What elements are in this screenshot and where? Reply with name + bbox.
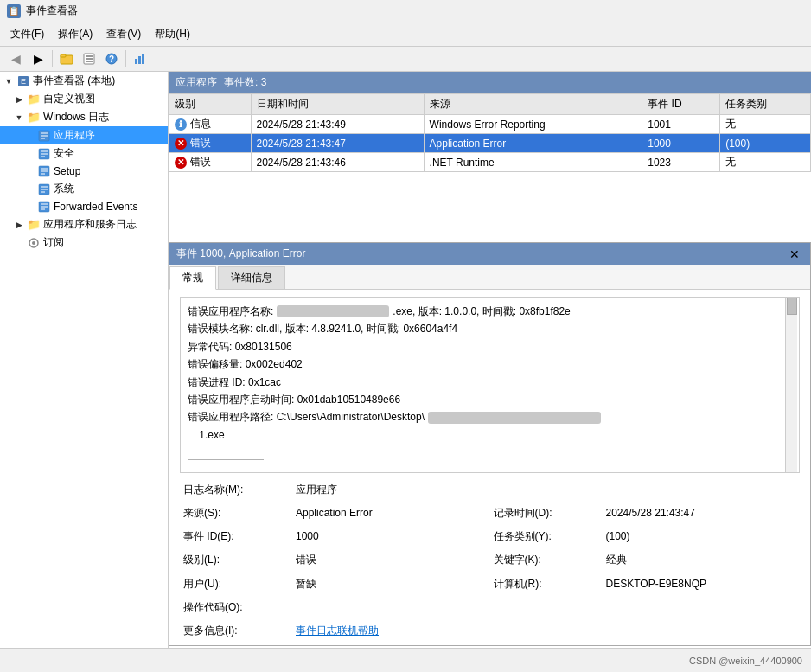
windows-logs-icon: 📁 — [27, 111, 41, 125]
text-line-7: 错误应用程序路径: C:\Users\Administrator\Desktop… — [188, 408, 782, 426]
row2-eventid: 1000 — [642, 134, 720, 153]
detail-title: 事件 1000, Application Error — [176, 246, 305, 261]
prop-user-label: 用户(U): — [180, 574, 292, 594]
toolbar-forward-button[interactable]: ▶ — [28, 49, 48, 68]
scrollbar[interactable] — [785, 298, 797, 472]
prop-category-value: (100) — [603, 527, 801, 547]
app-icon: 📋 — [7, 4, 21, 18]
text-line-3: 异常代码: 0x80131506 — [188, 338, 782, 355]
window-title: 事件查看器 — [26, 3, 78, 18]
table-row[interactable]: ✕ 错误 2024/5/28 21:43:47 Application Erro… — [169, 134, 811, 153]
sidebar-item-setup[interactable]: Setup — [0, 163, 168, 180]
menu-help[interactable]: 帮助(H) — [148, 24, 197, 44]
row1-eventid: 1001 — [642, 115, 720, 134]
security-label: 安全 — [54, 146, 74, 161]
col-category[interactable]: 任务类别 — [720, 94, 811, 115]
system-log-icon — [37, 182, 51, 196]
sidebar-item-application[interactable]: 应用程序 — [0, 126, 168, 144]
row3-datetime: 2024/5/28 21:43:46 — [251, 153, 424, 172]
sidebar-item-security[interactable]: 安全 — [0, 144, 168, 163]
sidebar-item-system[interactable]: 系统 — [0, 180, 168, 198]
event-list-header: 应用程序 事件数: 3 — [169, 72, 811, 93]
text-line-extra: ———————— — [188, 451, 782, 467]
toolbar-sep-2 — [125, 50, 126, 67]
col-source[interactable]: 来源 — [424, 94, 642, 115]
text-line-8: 1.exe — [188, 426, 782, 444]
prop-source-value: Application Error — [292, 503, 490, 523]
app-services-label: 应用程序和服务日志 — [43, 217, 137, 232]
event-log-help-link[interactable]: 事件日志联机帮助 — [296, 624, 379, 637]
prop-log-name-value: 应用程序 — [292, 480, 800, 500]
tabs-bar: 常规 详细信息 — [169, 265, 810, 290]
prop-more-info-label: 更多信息(I): — [180, 621, 292, 641]
table-row[interactable]: ℹ 信息 2024/5/28 21:43:49 Windows Error Re… — [169, 115, 811, 134]
row1-datetime: 2024/5/28 21:43:49 — [251, 115, 424, 134]
row1-source: Windows Error Reporting — [424, 115, 642, 134]
tab-details[interactable]: 详细信息 — [218, 266, 285, 289]
prop-keyword-label: 关键字(K): — [490, 550, 603, 570]
prop-opcode-label: 操作代码(O): — [180, 598, 292, 618]
svg-text:?: ? — [109, 54, 114, 64]
col-level[interactable]: 级别 — [169, 94, 252, 115]
prop-computer-value: DESKTOP-E9E8NQP — [603, 574, 801, 594]
sidebar-item-custom-views[interactable]: ▶ 📁 自定义视图 — [0, 90, 168, 108]
event-table-container: 级别 日期和时间 来源 事件 ID 任务类别 ℹ 信息 — [169, 93, 811, 172]
prop-level-value: 错误 — [292, 550, 490, 570]
forwarded-log-icon — [37, 200, 51, 214]
toolbar: ◀ ▶ ? — [0, 47, 811, 72]
svg-rect-8 — [135, 59, 137, 64]
toolbar-list-button[interactable] — [79, 49, 99, 68]
custom-views-icon: 📁 — [27, 93, 41, 106]
table-row[interactable]: ✕ 错误 2024/5/28 21:43:46 .NET Runtime 102… — [169, 153, 811, 172]
menu-view[interactable]: 查看(V) — [99, 24, 148, 44]
custom-views-expander: ▶ — [14, 94, 24, 105]
menu-action[interactable]: 操作(A) — [51, 24, 99, 44]
prop-keyword-value: 经典 — [603, 550, 801, 570]
sidebar-item-windows-logs[interactable]: ▼ 📁 Windows 日志 — [0, 108, 168, 126]
row3-source: .NET Runtime — [424, 153, 642, 172]
redacted-1 — [277, 305, 389, 317]
scrollbar-thumb[interactable] — [787, 298, 797, 315]
windows-logs-label: Windows 日志 — [43, 110, 109, 125]
prop-record-time-value: 2024/5/28 21:43:47 — [603, 503, 801, 523]
security-expander-space — [24, 149, 35, 159]
prop-eventid-value: 1000 — [292, 527, 490, 547]
toolbar-folder-button[interactable] — [56, 49, 77, 68]
root-icon: E — [16, 74, 30, 88]
tab-general[interactable]: 常规 — [169, 266, 216, 290]
custom-views-label: 自定义视图 — [43, 92, 95, 106]
col-eventid[interactable]: 事件 ID — [642, 94, 720, 115]
status-text: CSDN @weixin_44400900 — [689, 656, 802, 666]
error-icon: ✕ — [175, 138, 187, 150]
sidebar-item-forwarded-events[interactable]: Forwarded Events — [0, 198, 168, 215]
app-services-icon: 📁 — [27, 218, 41, 232]
svg-text:E: E — [21, 77, 26, 86]
subscriptions-expander — [14, 238, 24, 248]
sidebar-item-app-services-logs[interactable]: ▶ 📁 应用程序和服务日志 — [0, 215, 168, 234]
menu-file[interactable]: 文件(F) — [3, 24, 51, 44]
setup-label: Setup — [54, 165, 80, 177]
row1-level: ℹ 信息 — [169, 115, 252, 134]
row3-level: ✕ 错误 — [169, 153, 252, 172]
text-line-5: 错误进程 ID: 0x1cac — [188, 374, 782, 391]
sidebar-item-root[interactable]: ▼ E 事件查看器 (本地) — [0, 72, 168, 90]
row3-category: 无 — [720, 153, 811, 172]
status-bar: CSDN @weixin_44400900 — [0, 648, 811, 672]
sidebar-item-subscriptions[interactable]: 订阅 — [0, 234, 168, 252]
app-log-icon — [37, 129, 51, 143]
subscriptions-label: 订阅 — [43, 235, 64, 250]
detail-close-button[interactable]: ✕ — [786, 247, 803, 261]
setup-log-icon — [37, 164, 51, 178]
toolbar-back-button[interactable]: ◀ — [5, 49, 26, 68]
detail-pane: 事件 1000, Application Error ✕ 常规 详细信息 错误应… — [169, 242, 811, 646]
col-datetime[interactable]: 日期和时间 — [251, 94, 424, 115]
toolbar-chart-button[interactable] — [130, 49, 150, 68]
security-log-icon — [37, 147, 51, 161]
prop-user-value: 暂缺 — [292, 574, 490, 594]
prop-more-info-value: 事件日志联机帮助 — [292, 621, 800, 641]
detail-scroll[interactable]: 错误应用程序名称: .exe, 版本: 1.0.0.0, 时间戳: 0x8fb1… — [169, 290, 810, 645]
row3-eventid: 1023 — [642, 153, 720, 172]
detail-header: 事件 1000, Application Error ✕ — [169, 243, 810, 265]
toolbar-help-button[interactable]: ? — [101, 49, 122, 68]
prop-source-label: 来源(S): — [180, 503, 292, 523]
